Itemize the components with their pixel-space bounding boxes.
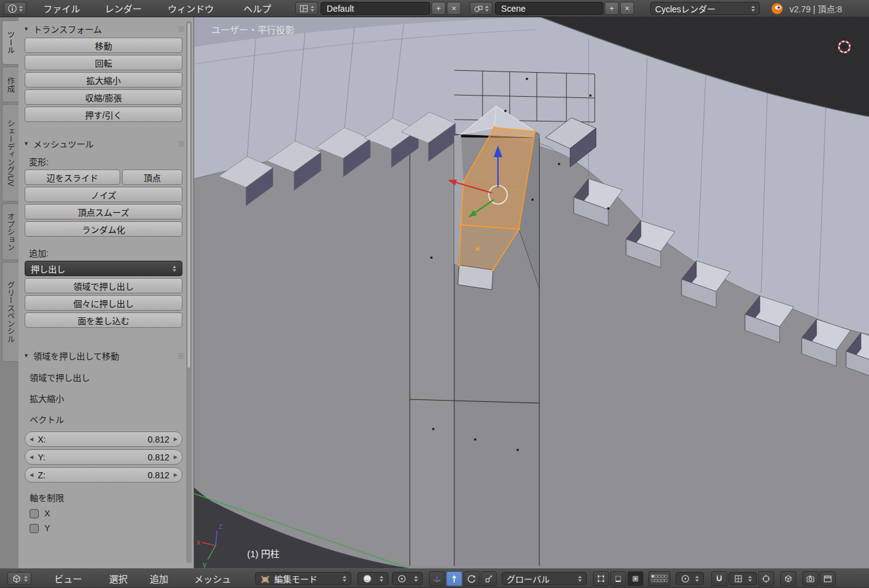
screen-layout-name-field[interactable]: Default <box>320 2 430 15</box>
inset-faces-button[interactable]: 面を差し込む <box>25 312 182 328</box>
transform-orientation-select[interactable]: グローバル <box>502 572 587 585</box>
snap-target-button[interactable] <box>758 571 774 586</box>
scene-icon <box>473 4 483 14</box>
chevron-updown-icon <box>173 266 176 272</box>
add-screen-layout-button[interactable]: + <box>431 2 446 15</box>
add-scene-button[interactable]: + <box>605 2 619 15</box>
pivot-icon <box>397 574 407 584</box>
menu-add[interactable]: 追加 <box>142 572 176 585</box>
chevron-updown-icon <box>751 6 755 12</box>
snap-toggle-button[interactable] <box>711 571 727 586</box>
panel-grip-icon[interactable]: ⣿⣿ <box>178 353 184 359</box>
manipulator-rotate-button[interactable] <box>463 571 479 586</box>
version-info: v2.79 | 頂点:8 <box>789 2 842 15</box>
shelf-tab-create[interactable]: 作成 <box>2 67 18 102</box>
shelf-tab-tools[interactable]: ツール <box>2 20 18 65</box>
limit-selection-visible-button[interactable] <box>780 571 796 586</box>
delete-scene-button[interactable]: × <box>620 2 634 15</box>
delete-screen-layout-button[interactable]: × <box>447 2 461 15</box>
select-mode-face-button[interactable] <box>627 571 643 586</box>
shelf-tab-grease-pencil[interactable]: グリースペンシル <box>2 262 18 362</box>
vector-z-field[interactable]: ◀ Z: 0.812 ▶ <box>25 467 182 483</box>
screen-layout-browse-button[interactable] <box>295 2 318 15</box>
collapse-triangle-icon: ▼ <box>23 353 29 359</box>
noise-button[interactable]: ノイズ <box>25 187 182 202</box>
viewport-3d[interactable]: x y z ユーザー・平行投影 (1) 円柱 <box>194 17 869 568</box>
chevron-updown-icon <box>380 576 383 582</box>
tool-shelf-tabs: ツール 作成 シェーディング/UV オプション グリースペンシル <box>0 17 18 568</box>
viewport-shading-select[interactable] <box>357 572 388 585</box>
deform-label: 変形: <box>29 155 184 168</box>
tool-shelf-scrollbar[interactable] <box>186 21 192 563</box>
collapse-triangle-icon: ▼ <box>23 26 29 32</box>
vertex-smooth-button[interactable]: 頂点スムーズ <box>25 204 182 219</box>
pivot-point-select[interactable] <box>392 572 423 585</box>
info-editor-icon <box>7 4 17 14</box>
proportional-edit-select[interactable] <box>675 572 704 585</box>
menu-select[interactable]: 選択 <box>101 572 136 585</box>
manipulator-toggle-button[interactable] <box>429 571 445 586</box>
view-mode-label: ユーザー・平行投影 <box>211 25 295 35</box>
increment-arrow-icon[interactable]: ▶ <box>174 454 177 460</box>
shrink-fatten-button[interactable]: 収縮/膨張 <box>25 89 182 105</box>
rotate-button[interactable]: 回転 <box>25 55 182 70</box>
editor-type-select[interactable] <box>4 2 27 15</box>
select-mode-edge-button[interactable] <box>610 571 626 586</box>
vector-x-field[interactable]: ◀ X: 0.812 ▶ <box>25 431 182 447</box>
manipulator-translate-button[interactable] <box>446 571 462 586</box>
panel-operator-header[interactable]: ▼ 領域を押し出して移動 ⣿⣿ <box>23 349 184 362</box>
increment-arrow-icon[interactable]: ▶ <box>174 436 177 442</box>
panel-grip-icon[interactable]: ⣿⣿ <box>178 26 184 32</box>
checkbox-box[interactable] <box>30 524 39 533</box>
shelf-tab-shading-uv[interactable]: シェーディング/UV <box>2 104 18 202</box>
constraint-axis-x-checkbox[interactable]: X <box>30 508 184 518</box>
randomize-button[interactable]: ランダム化 <box>25 221 182 237</box>
clapperboard-icon <box>823 574 833 584</box>
extrude-menu-select[interactable]: 押し出し <box>25 261 182 276</box>
menu-mesh[interactable]: メッシュ <box>186 572 239 585</box>
scale-button[interactable]: 拡大縮小 <box>25 72 182 88</box>
menu-view[interactable]: ビュー <box>46 572 90 585</box>
axis-y-label: y <box>203 560 206 568</box>
vertex-slide-button[interactable]: 頂点 <box>122 169 182 185</box>
checkbox-box[interactable] <box>30 509 39 518</box>
panel-title: トランスフォーム <box>33 23 102 35</box>
chevron-updown-icon <box>311 6 314 12</box>
render-engine-select[interactable]: Cyclesレンダー <box>650 2 760 15</box>
interaction-mode-select[interactable]: 編集モード <box>255 572 351 585</box>
extrude-individual-button[interactable]: 個々に押し出し <box>25 295 182 311</box>
snap-element-select[interactable] <box>728 572 757 585</box>
shelf-tab-options[interactable]: オプション <box>2 203 18 260</box>
panel-mesh-tools-header[interactable]: ▼ メッシュツール ⣿⣿ <box>23 137 184 150</box>
editor-type-select[interactable] <box>7 572 31 585</box>
collapse-triangle-icon: ▼ <box>23 141 29 147</box>
vector-y-field[interactable]: ◀ Y: 0.812 ▶ <box>25 449 182 465</box>
panel-transform-header[interactable]: ▼ トランスフォーム ⣿⣿ <box>23 22 184 36</box>
increment-arrow-icon[interactable]: ▶ <box>174 472 177 478</box>
edge-slide-button[interactable]: 辺をスライド <box>25 169 120 185</box>
extrude-region-button[interactable]: 領域で押し出し <box>25 278 182 293</box>
decrement-arrow-icon[interactable]: ◀ <box>30 472 33 478</box>
gear-mesh[interactable] <box>194 17 869 568</box>
decrement-arrow-icon[interactable]: ◀ <box>30 454 33 460</box>
scene-browse-button[interactable] <box>470 2 492 15</box>
panel-grip-icon[interactable]: ⣿⣿ <box>178 141 184 147</box>
menu-help[interactable]: ヘルプ <box>235 2 279 15</box>
chevron-updown-icon <box>414 576 418 582</box>
manipulator-scale-button[interactable] <box>481 571 497 586</box>
opengl-render-animation-button[interactable] <box>820 571 836 586</box>
edit-mode-icon <box>260 574 270 584</box>
chevron-updown-icon <box>485 6 489 12</box>
decrement-arrow-icon[interactable]: ◀ <box>30 436 33 442</box>
active-face-dot <box>476 248 479 251</box>
opengl-render-image-button[interactable] <box>802 571 818 586</box>
layers-grid-widget[interactable] <box>648 571 671 586</box>
translate-button[interactable]: 移動 <box>25 38 182 53</box>
menu-file[interactable]: ファイル <box>35 2 88 15</box>
push-pull-button[interactable]: 押す/引く <box>25 107 182 122</box>
constraint-axis-y-checkbox[interactable]: Y <box>30 523 184 533</box>
menu-window[interactable]: ウィンドウ <box>160 2 222 15</box>
select-mode-vertex-button[interactable] <box>593 571 609 586</box>
scene-name-field[interactable]: Scene <box>495 2 603 15</box>
menu-render[interactable]: レンダー <box>97 2 150 15</box>
